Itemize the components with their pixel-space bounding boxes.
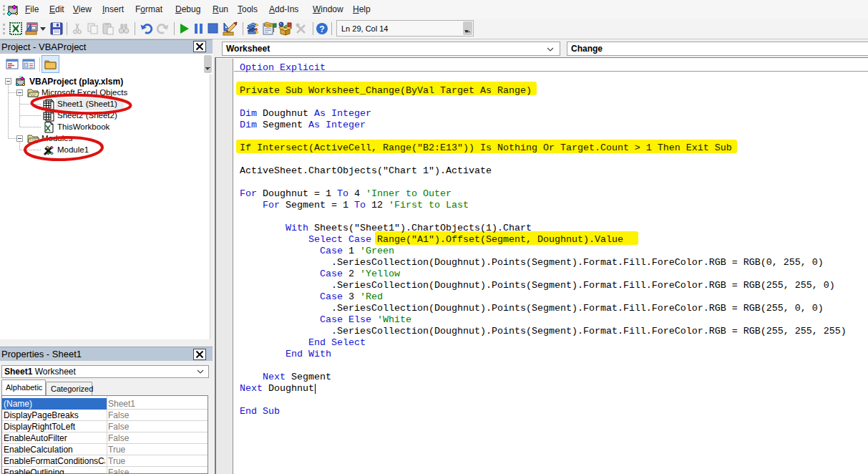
svg-text:?: ? — [319, 24, 324, 34]
